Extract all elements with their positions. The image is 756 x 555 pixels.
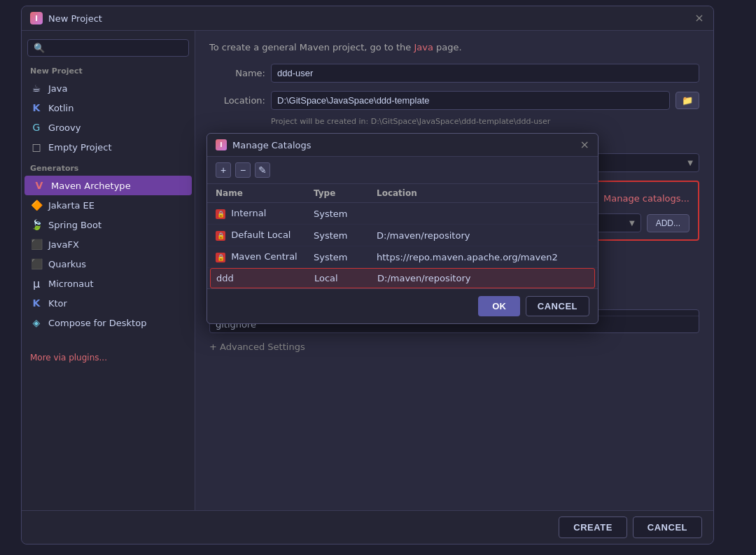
catalog-row-internal[interactable]: 🔒 Internal System: [207, 203, 598, 225]
popup-icon: I: [216, 139, 227, 150]
sidebar-item-label: Spring Boot: [48, 220, 102, 230]
jakarta-icon: 🔶: [30, 199, 43, 211]
popup-toolbar: + − ✎: [207, 157, 598, 184]
location-row: Location: 📁 Project will be created in: …: [209, 91, 699, 126]
sidebar: 🔍 New Project ☕ Java K Kotlin G Groovy □…: [22, 31, 195, 510]
location-label: Location:: [209, 95, 265, 106]
chevron-down-icon: ▼: [687, 159, 693, 167]
catalog-name-internal: 🔒 Internal: [216, 208, 314, 219]
popup-ok-button[interactable]: OK: [478, 296, 520, 316]
java-link[interactable]: Java: [414, 42, 433, 52]
advanced-settings-toggle[interactable]: + Advanced Settings: [209, 342, 699, 352]
catalog-type-ddd: Local: [314, 273, 377, 283]
generators-label: Generators: [22, 160, 195, 176]
info-text: To create a general Maven project, go to…: [209, 42, 699, 52]
sidebar-item-label: Maven Archetype: [51, 181, 131, 191]
cancel-button[interactable]: CANCEL: [633, 517, 702, 538]
sidebar-item-label: Kotlin: [48, 103, 74, 113]
catalog-name-ddd: ddd: [216, 273, 314, 283]
sidebar-item-compose[interactable]: ◈ Compose for Desktop: [22, 313, 195, 332]
sidebar-item-label: Compose for Desktop: [48, 318, 146, 328]
add-catalog-button[interactable]: +: [216, 162, 231, 178]
popup-footer: OK CANCEL: [207, 288, 598, 323]
sidebar-item-empty[interactable]: □ Empty Project: [22, 137, 195, 157]
popup-titlebar: I Manage Catalogs ×: [207, 134, 598, 157]
sidebar-item-label: Ktor: [48, 298, 67, 309]
catalog-name-maven-central: 🔒 Maven Central: [216, 251, 314, 262]
sidebar-item-spring[interactable]: 🍃 Spring Boot: [22, 215, 195, 234]
sidebar-item-jakarta[interactable]: 🔶 Jakarta EE: [22, 195, 195, 215]
manage-catalogs-link[interactable]: Manage catalogs...: [603, 193, 690, 204]
name-input[interactable]: [271, 64, 699, 83]
sidebar-item-label: Quarkus: [48, 259, 86, 269]
groovy-icon: G: [30, 121, 43, 134]
col-location-header: Location: [377, 188, 589, 198]
catalog-name-default-local: 🔒 Default Local: [216, 230, 314, 241]
lock-icon: 🔒: [216, 209, 225, 219]
sidebar-item-java[interactable]: ☕ Java: [22, 78, 195, 98]
sidebar-item-label: Micronaut: [48, 279, 94, 289]
search-icon: 🔍: [34, 43, 45, 53]
quarkus-icon: ⬛: [30, 258, 43, 270]
ktor-icon: K: [30, 297, 43, 309]
add-archetype-button[interactable]: ADD...: [647, 214, 690, 232]
sidebar-item-label: Jakarta EE: [48, 200, 94, 211]
catalogs-table: Name Type Location 🔒 Internal System 🔒 D…: [207, 184, 598, 288]
sidebar-item-label: Empty Project: [48, 142, 112, 153]
compose-icon: ◈: [30, 316, 43, 329]
micronaut-icon: μ: [30, 277, 43, 290]
location-input[interactable]: [271, 91, 670, 110]
lock-icon: 🔒: [216, 253, 225, 262]
create-button[interactable]: CREATE: [559, 517, 626, 538]
dialog-titlebar: I New Project ×: [22, 6, 713, 31]
sidebar-item-kotlin[interactable]: K Kotlin: [22, 98, 195, 118]
lock-icon: 🔒: [216, 231, 225, 241]
table-header: Name Type Location: [207, 184, 598, 203]
more-plugins-link[interactable]: More via plugins...: [30, 353, 107, 363]
catalog-row-default-local[interactable]: 🔒 Default Local System D:/maven/reposito…: [207, 225, 598, 246]
col-type-header: Type: [314, 188, 377, 198]
col-name-header: Name: [216, 188, 314, 198]
search-bar[interactable]: 🔍: [27, 39, 189, 57]
new-project-section-label: New Project: [22, 62, 195, 78]
chevron-down-icon: ▼: [629, 219, 635, 227]
catalog-location-maven-central: https://repo.maven.apache.org/maven2: [377, 252, 589, 262]
spring-icon: 🍃: [30, 218, 43, 231]
sidebar-item-maven[interactable]: V Maven Archetype: [24, 176, 192, 195]
dialog-footer: CREATE CANCEL: [22, 510, 713, 544]
name-label: Name:: [209, 68, 265, 78]
name-row: Name:: [209, 64, 699, 83]
catalog-location-ddd: D:/maven/repository: [377, 273, 589, 283]
popup-close-icon[interactable]: ×: [580, 139, 589, 150]
javafx-icon: ⬛: [30, 238, 43, 251]
maven-icon: V: [33, 179, 46, 192]
sidebar-item-javafx[interactable]: ⬛ JavaFX: [22, 234, 195, 254]
sidebar-item-ktor[interactable]: K Ktor: [22, 293, 195, 313]
catalog-type-internal: System: [314, 209, 377, 219]
java-icon: ☕: [30, 82, 43, 94]
sidebar-item-label: Java: [48, 83, 67, 94]
close-icon[interactable]: ×: [694, 13, 705, 24]
browse-folder-button[interactable]: 📁: [676, 92, 699, 109]
edit-catalog-button[interactable]: ✎: [255, 162, 270, 178]
location-hint: Project will be created in: D:\GitSpace\…: [271, 117, 550, 126]
catalog-row-ddd[interactable]: ddd Local D:/maven/repository: [210, 268, 595, 288]
sidebar-item-label: Groovy: [48, 122, 80, 133]
manage-catalogs-popup: I Manage Catalogs × + − ✎ Name Type Loca…: [206, 133, 598, 324]
sidebar-item-micronaut[interactable]: μ Micronaut: [22, 274, 195, 293]
empty-project-icon: □: [30, 141, 43, 153]
dialog-title: New Project: [48, 13, 102, 24]
remove-catalog-button[interactable]: −: [235, 162, 251, 178]
catalog-location-default-local: D:/maven/repository: [377, 230, 589, 241]
kotlin-icon: K: [30, 101, 43, 114]
popup-title: Manage Catalogs: [232, 140, 575, 150]
search-input[interactable]: [49, 43, 183, 53]
sidebar-item-groovy[interactable]: G Groovy: [22, 118, 195, 137]
catalog-type-default-local: System: [314, 230, 377, 241]
dialog-icon: I: [30, 12, 43, 24]
popup-cancel-button[interactable]: CANCEL: [526, 296, 589, 316]
sidebar-item-label: JavaFX: [48, 239, 79, 250]
sidebar-item-quarkus[interactable]: ⬛ Quarkus: [22, 254, 195, 274]
catalog-type-maven-central: System: [314, 252, 377, 262]
catalog-row-maven-central[interactable]: 🔒 Maven Central System https://repo.mave…: [207, 246, 598, 268]
